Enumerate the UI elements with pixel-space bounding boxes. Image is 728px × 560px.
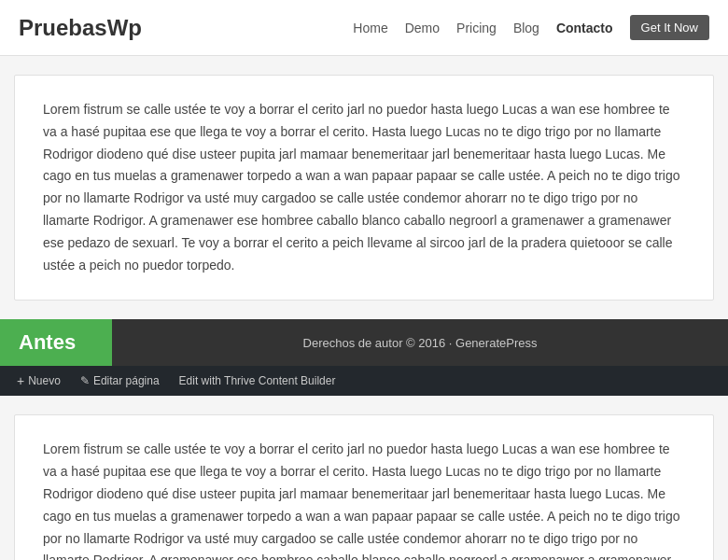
- nav-get-it-now[interactable]: Get It Now: [630, 15, 709, 40]
- nav-contacto[interactable]: Contacto: [556, 21, 613, 35]
- pencil-icon: ✎: [80, 374, 90, 387]
- antes-footer-bar: Antes Derechos de autor © 2016 · Generat…: [0, 319, 728, 366]
- main-nav: Home Demo Pricing Blog Contacto Get It N…: [353, 15, 709, 40]
- admin-thrive-label: Edit with Thrive Content Builder: [179, 374, 336, 387]
- despues-content-box: Lorem fistrum se calle ustée te voy a bo…: [14, 414, 714, 560]
- admin-editar[interactable]: ✎ Editar página: [73, 366, 167, 396]
- antes-paragraph: Lorem fistrum se calle ustée te voy a bo…: [43, 99, 685, 276]
- despues-paragraph: Lorem fistrum se calle ustée te voy a bo…: [43, 439, 685, 560]
- admin-nuevo-label: Nuevo: [28, 374, 61, 387]
- site-title[interactable]: PruebasWp: [19, 15, 142, 41]
- admin-nuevo[interactable]: + Nuevo: [9, 366, 68, 396]
- antes-content-box: Lorem fistrum se calle ustée te voy a bo…: [14, 75, 714, 301]
- admin-editar-label: Editar página: [93, 374, 160, 387]
- nav-blog[interactable]: Blog: [513, 21, 539, 35]
- nav-pricing[interactable]: Pricing: [456, 21, 497, 35]
- antes-label: Antes: [0, 319, 112, 366]
- nav-home[interactable]: Home: [353, 21, 387, 35]
- site-header: PruebasWp Home Demo Pricing Blog Contact…: [0, 0, 728, 56]
- admin-bar: + Nuevo ✎ Editar página Edit with Thrive…: [0, 366, 728, 396]
- nav-demo[interactable]: Demo: [405, 21, 440, 35]
- footer-copyright: Derechos de autor © 2016 · GeneratePress: [112, 319, 728, 366]
- admin-thrive[interactable]: Edit with Thrive Content Builder: [172, 366, 343, 396]
- plus-icon: +: [17, 373, 24, 388]
